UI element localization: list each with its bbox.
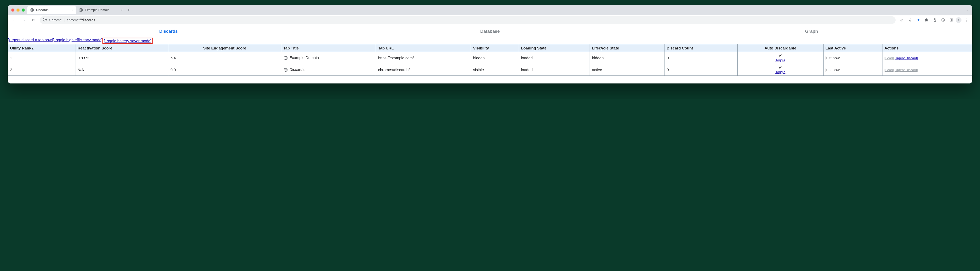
highlight-box: [Toggle battery saver mode] (102, 38, 153, 44)
svg-point-3 (44, 19, 45, 20)
share-icon[interactable] (907, 16, 913, 24)
cell-discard-count: 0 (665, 64, 738, 76)
col-lifecycle-state[interactable]: Lifecycle State (590, 44, 665, 52)
browser-tab-example[interactable]: Example Domain × (76, 6, 125, 14)
svg-point-7 (958, 19, 959, 20)
menu-icon[interactable]: ⋮ (963, 16, 970, 24)
col-tab-title[interactable]: Tab Title (281, 44, 376, 52)
tab-dropdown-icon[interactable]: ⌄ (966, 8, 969, 12)
cell-last-active: just now (823, 52, 882, 64)
maximize-window-button[interactable] (22, 8, 25, 11)
browser-tab-discards[interactable]: Discards × (27, 6, 76, 14)
side-panel-icon[interactable] (948, 16, 955, 24)
cell-engagement: 0.0 (168, 64, 281, 76)
toggle-battery-link[interactable]: [Toggle battery saver mode] (104, 39, 151, 43)
globe-icon (283, 67, 288, 72)
tab-strip: Discards × Example Domain × + ⌄ (8, 5, 972, 15)
svg-point-2 (43, 18, 46, 21)
tab-title: Example Domain (85, 8, 110, 12)
cell-engagement: 6.4 (168, 52, 281, 64)
urgent-discard-action-link: [Urgent Discard] (894, 68, 918, 72)
window-controls (10, 8, 27, 11)
address-bar[interactable]: Chrome | chrome://discards (40, 16, 896, 24)
cell-actions: [Load][Urgent Discard] (882, 52, 972, 64)
table-row: 10.83726.4Example Domainhttps://example.… (8, 52, 972, 64)
col-last-active[interactable]: Last Active (823, 44, 882, 52)
globe-icon (283, 56, 288, 60)
cell-loading: loaded (519, 64, 590, 76)
cell-reactivation: 0.8372 (75, 52, 168, 64)
col-auto-discardable[interactable]: Auto Discardable (738, 44, 823, 52)
cell-title: Discards (281, 64, 376, 76)
toolbar: ← → ⟳ Chrome | chrome://discards ⊕ ★ (8, 15, 972, 25)
check-icon: ✔ (779, 65, 782, 70)
cell-actions: [Load][Urgent Discard] (882, 64, 972, 76)
labs-icon[interactable] (931, 16, 938, 24)
load-action-link: [Load] (885, 68, 894, 72)
load-action-link: [Load] (885, 56, 894, 60)
urgent-discard-action-link[interactable]: [Urgent Discard] (894, 56, 918, 60)
cell-rank: 1 (8, 52, 75, 64)
svg-rect-5 (950, 19, 953, 21)
nav-tab-database[interactable]: Database (329, 29, 651, 34)
close-window-button[interactable] (11, 8, 14, 11)
cell-url: chrome://discards/ (376, 64, 471, 76)
discards-table: Utility Rank▲ Reactivation Score Site En… (8, 44, 972, 76)
toolbar-right: ⊕ ★ ⋮ (898, 16, 970, 24)
globe-icon (30, 8, 34, 12)
col-tab-url[interactable]: Tab URL (376, 44, 471, 52)
cell-lifecycle: active (590, 64, 665, 76)
check-icon: ✔ (779, 53, 782, 58)
toggle-auto-link[interactable]: [Toggle] (775, 70, 786, 74)
cell-lifecycle: hidden (590, 52, 665, 64)
cell-title: Example Domain (281, 52, 376, 64)
nav-tab-discards[interactable]: Discards (8, 29, 329, 34)
chrome-icon (43, 18, 47, 22)
back-button[interactable]: ← (10, 16, 18, 24)
new-tab-button[interactable]: + (125, 6, 132, 14)
globe-icon (79, 8, 83, 12)
col-reactivation[interactable]: Reactivation Score (75, 44, 168, 52)
col-discard-count[interactable]: Discard Count (665, 44, 738, 52)
cell-visibility: visible (471, 64, 519, 76)
extensions-icon[interactable] (923, 16, 930, 24)
page-content: Discards Database Graph [Urgent discard … (8, 25, 972, 83)
close-tab-icon[interactable]: × (121, 8, 123, 12)
cell-visibility: hidden (471, 52, 519, 64)
col-engagement[interactable]: Site Engagement Score (168, 44, 281, 52)
reload-button[interactable]: ⟳ (30, 16, 37, 24)
browser-window: Discards × Example Domain × + ⌄ ← → ⟳ Ch… (8, 5, 972, 83)
col-visibility[interactable]: Visibility (471, 44, 519, 52)
cell-last-active: just now (823, 64, 882, 76)
zoom-icon[interactable]: ⊕ (898, 16, 905, 24)
omnibox-url: chrome://discards (67, 18, 95, 22)
cell-reactivation: N/A (75, 64, 168, 76)
cell-url: https://example.com/ (376, 52, 471, 64)
updates-icon[interactable] (939, 16, 947, 24)
tab-title: Discards (36, 8, 49, 12)
omnibox-prefix: Chrome (49, 18, 62, 22)
omnibox-separator: | (64, 18, 65, 22)
page-nav-tabs: Discards Database Graph (8, 25, 972, 38)
col-actions[interactable]: Actions (882, 44, 972, 52)
profile-avatar[interactable] (956, 17, 961, 23)
cell-loading: loaded (519, 52, 590, 64)
forward-button: → (20, 16, 27, 24)
cell-rank: 2 (8, 64, 75, 76)
toggle-efficiency-link[interactable]: [Toggle high efficiency mode] (53, 38, 102, 44)
table-row: 2N/A0.0Discardschrome://discards/visible… (8, 64, 972, 76)
table-header-row: Utility Rank▲ Reactivation Score Site En… (8, 44, 972, 52)
col-loading-state[interactable]: Loading State (519, 44, 590, 52)
urgent-discard-link[interactable]: [Urgent discard a tab now] (8, 38, 53, 44)
minimize-window-button[interactable] (16, 8, 19, 11)
bookmark-star-icon[interactable]: ★ (915, 16, 922, 24)
sort-asc-icon: ▲ (32, 47, 34, 50)
col-utility-rank[interactable]: Utility Rank▲ (8, 44, 75, 52)
cell-auto-discardable: ✔[Toggle] (738, 64, 823, 76)
cell-discard-count: 0 (665, 52, 738, 64)
toggle-auto-link[interactable]: [Toggle] (775, 58, 786, 62)
nav-tab-graph[interactable]: Graph (651, 29, 972, 34)
close-tab-icon[interactable]: × (72, 8, 73, 12)
cell-auto-discardable: ✔[Toggle] (738, 52, 823, 64)
action-links-row: [Urgent discard a tab now][Toggle high e… (8, 38, 972, 44)
